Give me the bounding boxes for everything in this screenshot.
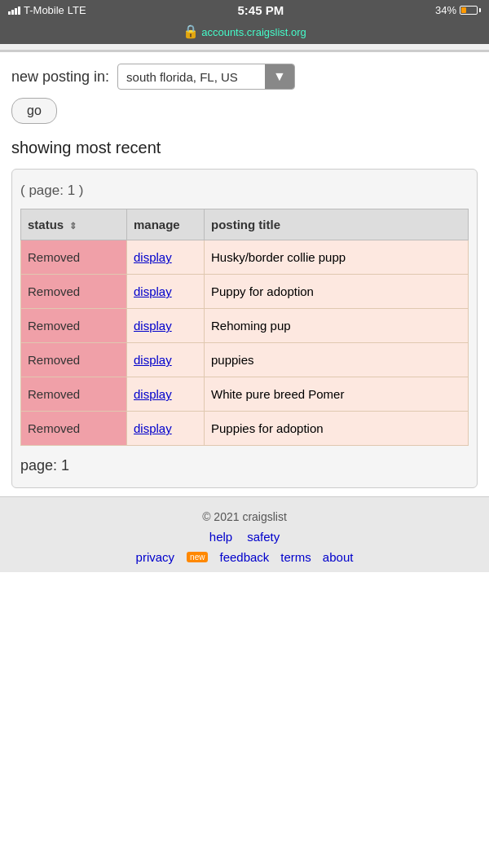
column-header-status: status ⇕ [21,209,127,240]
page-label-bottom: page: 1 [20,457,469,474]
footer: © 2021 craigslist help safety privacy ne… [0,496,489,572]
title-cell: White pure breed Pomer [205,377,469,412]
table-row: RemoveddisplayPuppies for adoption [21,412,469,446]
display-link[interactable]: display [134,387,172,401]
feedback-link[interactable]: feedback [219,550,269,564]
time-label: 5:45 PM [238,3,284,17]
manage-cell: display [127,377,205,412]
status-right: 34% [435,4,481,16]
table-row: Removeddisplaypuppies [21,343,469,377]
page-label-top: ( page: 1 ) [20,183,469,199]
postings-table: status ⇕ manage posting title Removeddis… [20,209,469,446]
page-section: ( page: 1 ) status ⇕ manage posting titl… [11,169,478,488]
location-select-text: south florida, FL, US [118,65,265,89]
signal-bars-icon [8,7,20,15]
status-cell: Removed [21,412,127,446]
manage-cell: display [127,275,205,309]
carrier-label: T-Mobile [24,4,64,16]
status-cell: Removed [21,377,127,412]
showing-label: showing most recent [11,139,478,157]
safety-link[interactable]: safety [247,530,280,544]
title-cell: Puppies for adoption [205,412,469,446]
about-link[interactable]: about [323,550,354,564]
display-link[interactable]: display [134,284,172,298]
status-cell: Removed [21,309,127,343]
manage-cell: display [127,240,205,275]
display-link[interactable]: display [134,421,172,435]
manage-cell: display [127,343,205,377]
address-bar[interactable]: 🔒accounts.craigslist.org [0,20,489,44]
status-left: T-Mobile LTE [8,4,86,16]
table-row: RemoveddisplayPuppy for adoption [21,275,469,309]
terms-link[interactable]: terms [280,550,311,564]
help-link[interactable]: help [209,530,232,544]
scroll-indicator [0,44,489,52]
footer-links: help safety [8,530,481,544]
url-label[interactable]: accounts.craigslist.org [201,26,306,38]
table-row: RemoveddisplayRehoming pup [21,309,469,343]
column-header-title: posting title [205,209,469,240]
title-cell: Puppy for adoption [205,275,469,309]
column-header-manage: manage [127,209,205,240]
title-cell: Rehoming pup [205,309,469,343]
new-badge: new [187,552,208,562]
footer-links2: privacy new feedback terms about [8,550,481,564]
title-cell: puppies [205,343,469,377]
privacy-link[interactable]: privacy [136,550,175,564]
new-posting-row: new posting in: south florida, FL, US ▼ [11,64,478,90]
battery-icon [460,6,481,15]
sort-arrow-icon[interactable]: ⇕ [69,221,77,231]
table-row: RemoveddisplayHusky/border collie pupp [21,240,469,275]
network-label: LTE [68,4,86,16]
go-button[interactable]: go [11,98,57,124]
display-link[interactable]: display [134,250,172,264]
table-row: RemoveddisplayWhite pure breed Pomer [21,377,469,412]
manage-cell: display [127,412,205,446]
status-cell: Removed [21,275,127,309]
battery-percent-label: 34% [435,4,456,16]
display-link[interactable]: display [134,319,172,333]
manage-cell: display [127,309,205,343]
title-cell: Husky/border collie pupp [205,240,469,275]
display-link[interactable]: display [134,353,172,367]
location-select-wrapper[interactable]: south florida, FL, US ▼ [117,64,295,90]
status-cell: Removed [21,240,127,275]
lock-icon: 🔒 [183,24,199,38]
footer-copyright: © 2021 craigslist [8,510,481,523]
location-dropdown-button[interactable]: ▼ [265,64,294,89]
status-cell: Removed [21,343,127,377]
new-posting-label: new posting in: [11,68,109,86]
main-content: new posting in: south florida, FL, US ▼ … [0,52,489,488]
status-bar: T-Mobile LTE 5:45 PM 34% [0,0,489,20]
